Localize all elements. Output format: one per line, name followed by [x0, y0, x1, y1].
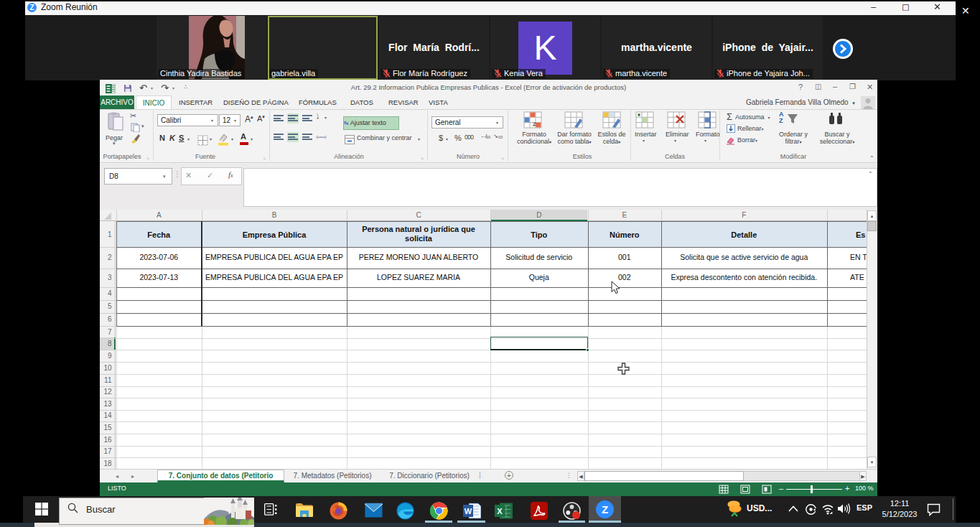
svg-text:X: X	[497, 507, 503, 516]
svg-text:W: W	[465, 507, 472, 516]
svg-text:≠: ≠	[533, 121, 536, 128]
